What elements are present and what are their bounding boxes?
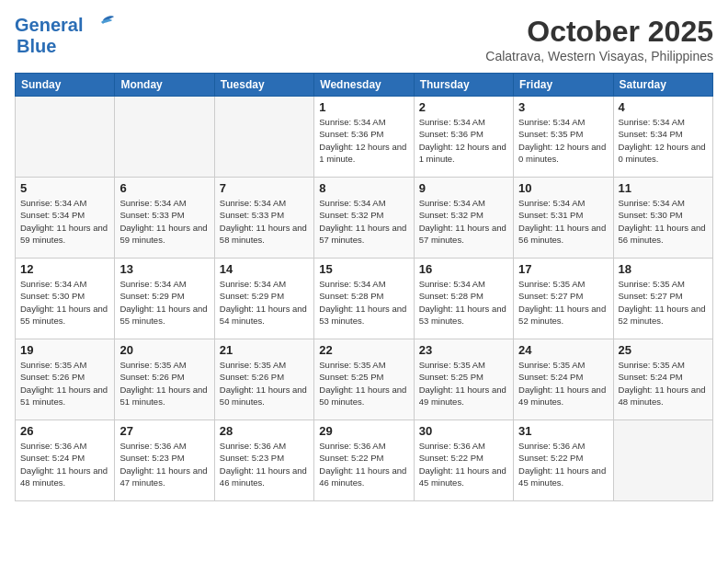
page-header: GeneralBlue October 2025 Calatrava, West… xyxy=(15,15,713,63)
weekday-header-thursday: Thursday xyxy=(414,74,513,97)
day-info: Sunrise: 5:34 AMSunset: 5:31 PMDaylight:… xyxy=(518,197,608,246)
day-info: Sunrise: 5:35 AMSunset: 5:24 PMDaylight:… xyxy=(619,359,708,408)
day-number: 22 xyxy=(319,343,408,357)
day-number: 5 xyxy=(20,181,109,195)
day-info: Sunrise: 5:35 AMSunset: 5:27 PMDaylight:… xyxy=(518,278,608,327)
calendar-cell: 6Sunrise: 5:34 AMSunset: 5:33 PMDaylight… xyxy=(115,178,214,259)
day-info: Sunrise: 5:36 AMSunset: 5:22 PMDaylight:… xyxy=(419,440,508,488)
day-info: Sunrise: 5:34 AMSunset: 5:29 PMDaylight:… xyxy=(220,278,309,327)
calendar-cell: 8Sunrise: 5:34 AMSunset: 5:32 PMDaylight… xyxy=(314,178,414,259)
calendar-cell xyxy=(115,97,214,178)
calendar-cell: 22Sunrise: 5:35 AMSunset: 5:25 PMDayligh… xyxy=(314,339,414,420)
calendar-week-2: 5Sunrise: 5:34 AMSunset: 5:34 PMDaylight… xyxy=(16,178,713,259)
weekday-header-row: SundayMondayTuesdayWednesdayThursdayFrid… xyxy=(16,74,713,97)
calendar-week-3: 12Sunrise: 5:34 AMSunset: 5:30 PMDayligh… xyxy=(16,259,713,339)
calendar-cell: 10Sunrise: 5:34 AMSunset: 5:31 PMDayligh… xyxy=(514,178,613,259)
calendar-cell: 7Sunrise: 5:34 AMSunset: 5:33 PMDaylight… xyxy=(214,178,313,259)
logo-bird-icon xyxy=(86,15,114,40)
calendar-cell: 21Sunrise: 5:35 AMSunset: 5:26 PMDayligh… xyxy=(214,339,313,420)
day-info: Sunrise: 5:35 AMSunset: 5:26 PMDaylight:… xyxy=(220,359,309,408)
calendar-cell xyxy=(613,420,712,501)
calendar-cell: 16Sunrise: 5:34 AMSunset: 5:28 PMDayligh… xyxy=(414,259,513,339)
day-number: 16 xyxy=(419,262,508,276)
day-info: Sunrise: 5:34 AMSunset: 5:28 PMDaylight:… xyxy=(319,278,408,327)
day-info: Sunrise: 5:36 AMSunset: 5:22 PMDaylight:… xyxy=(518,440,608,488)
calendar-week-4: 19Sunrise: 5:35 AMSunset: 5:26 PMDayligh… xyxy=(16,339,713,420)
day-number: 23 xyxy=(419,343,508,357)
day-info: Sunrise: 5:34 AMSunset: 5:34 PMDaylight:… xyxy=(619,116,708,165)
calendar-cell: 23Sunrise: 5:35 AMSunset: 5:25 PMDayligh… xyxy=(414,339,513,420)
day-number: 19 xyxy=(20,343,109,357)
weekday-header-wednesday: Wednesday xyxy=(314,74,414,97)
weekday-header-monday: Monday xyxy=(115,74,214,97)
day-info: Sunrise: 5:34 AMSunset: 5:33 PMDaylight:… xyxy=(220,197,309,246)
title-block: October 2025 Calatrava, Western Visayas,… xyxy=(485,15,713,63)
day-info: Sunrise: 5:34 AMSunset: 5:32 PMDaylight:… xyxy=(319,197,408,246)
day-info: Sunrise: 5:35 AMSunset: 5:26 PMDaylight:… xyxy=(20,359,109,408)
day-number: 28 xyxy=(220,424,309,438)
day-number: 31 xyxy=(518,424,608,438)
day-number: 10 xyxy=(518,181,608,195)
day-info: Sunrise: 5:35 AMSunset: 5:26 PMDaylight:… xyxy=(119,359,209,408)
logo-text: GeneralBlue xyxy=(15,15,83,57)
day-info: Sunrise: 5:34 AMSunset: 5:36 PMDaylight:… xyxy=(319,116,408,165)
calendar-cell: 11Sunrise: 5:34 AMSunset: 5:30 PMDayligh… xyxy=(613,178,712,259)
month-title: October 2025 xyxy=(485,15,713,49)
day-number: 14 xyxy=(220,262,309,276)
day-number: 8 xyxy=(319,181,408,195)
day-number: 26 xyxy=(20,424,109,438)
day-info: Sunrise: 5:35 AMSunset: 5:25 PMDaylight:… xyxy=(419,359,508,408)
calendar-cell: 5Sunrise: 5:34 AMSunset: 5:34 PMDaylight… xyxy=(16,178,115,259)
day-info: Sunrise: 5:34 AMSunset: 5:29 PMDaylight:… xyxy=(119,278,209,327)
day-info: Sunrise: 5:34 AMSunset: 5:32 PMDaylight:… xyxy=(419,197,508,246)
calendar-cell: 13Sunrise: 5:34 AMSunset: 5:29 PMDayligh… xyxy=(115,259,214,339)
calendar-cell: 29Sunrise: 5:36 AMSunset: 5:22 PMDayligh… xyxy=(314,420,414,501)
day-number: 24 xyxy=(518,343,608,357)
day-number: 4 xyxy=(619,100,708,114)
day-number: 2 xyxy=(419,100,508,114)
calendar-cell: 2Sunrise: 5:34 AMSunset: 5:36 PMDaylight… xyxy=(414,97,513,178)
day-number: 30 xyxy=(419,424,508,438)
weekday-header-saturday: Saturday xyxy=(613,74,712,97)
location-title: Calatrava, Western Visayas, Philippines xyxy=(485,49,713,63)
day-info: Sunrise: 5:36 AMSunset: 5:23 PMDaylight:… xyxy=(119,440,209,488)
calendar-cell: 15Sunrise: 5:34 AMSunset: 5:28 PMDayligh… xyxy=(314,259,414,339)
weekday-header-friday: Friday xyxy=(514,74,613,97)
calendar-cell: 4Sunrise: 5:34 AMSunset: 5:34 PMDaylight… xyxy=(613,97,712,178)
calendar-cell: 19Sunrise: 5:35 AMSunset: 5:26 PMDayligh… xyxy=(16,339,115,420)
calendar-cell xyxy=(214,97,313,178)
day-number: 1 xyxy=(319,100,408,114)
calendar-week-5: 26Sunrise: 5:36 AMSunset: 5:24 PMDayligh… xyxy=(16,420,713,501)
day-number: 27 xyxy=(119,424,209,438)
calendar-cell: 26Sunrise: 5:36 AMSunset: 5:24 PMDayligh… xyxy=(16,420,115,501)
day-info: Sunrise: 5:34 AMSunset: 5:28 PMDaylight:… xyxy=(419,278,508,327)
calendar-cell: 9Sunrise: 5:34 AMSunset: 5:32 PMDaylight… xyxy=(414,178,513,259)
day-number: 3 xyxy=(518,100,608,114)
weekday-header-tuesday: Tuesday xyxy=(214,74,313,97)
day-info: Sunrise: 5:35 AMSunset: 5:25 PMDaylight:… xyxy=(319,359,408,408)
day-number: 17 xyxy=(518,262,608,276)
day-info: Sunrise: 5:35 AMSunset: 5:27 PMDaylight:… xyxy=(619,278,708,327)
calendar-cell: 1Sunrise: 5:34 AMSunset: 5:36 PMDaylight… xyxy=(314,97,414,178)
day-number: 25 xyxy=(619,343,708,357)
day-info: Sunrise: 5:34 AMSunset: 5:30 PMDaylight:… xyxy=(619,197,708,246)
day-number: 29 xyxy=(319,424,408,438)
day-number: 7 xyxy=(220,181,309,195)
day-info: Sunrise: 5:36 AMSunset: 5:22 PMDaylight:… xyxy=(319,440,408,488)
calendar-table: SundayMondayTuesdayWednesdayThursdayFrid… xyxy=(15,73,713,501)
day-number: 6 xyxy=(119,181,209,195)
logo: GeneralBlue xyxy=(15,15,114,57)
day-number: 11 xyxy=(619,181,708,195)
day-info: Sunrise: 5:36 AMSunset: 5:23 PMDaylight:… xyxy=(220,440,309,488)
day-number: 9 xyxy=(419,181,508,195)
day-info: Sunrise: 5:35 AMSunset: 5:24 PMDaylight:… xyxy=(518,359,608,408)
day-number: 13 xyxy=(119,262,209,276)
calendar-cell: 14Sunrise: 5:34 AMSunset: 5:29 PMDayligh… xyxy=(214,259,313,339)
calendar-cell: 31Sunrise: 5:36 AMSunset: 5:22 PMDayligh… xyxy=(514,420,613,501)
calendar-cell xyxy=(16,97,115,178)
day-info: Sunrise: 5:36 AMSunset: 5:24 PMDaylight:… xyxy=(20,440,109,488)
day-number: 15 xyxy=(319,262,408,276)
day-info: Sunrise: 5:34 AMSunset: 5:30 PMDaylight:… xyxy=(20,278,109,327)
day-info: Sunrise: 5:34 AMSunset: 5:33 PMDaylight:… xyxy=(119,197,209,246)
day-info: Sunrise: 5:34 AMSunset: 5:34 PMDaylight:… xyxy=(20,197,109,246)
